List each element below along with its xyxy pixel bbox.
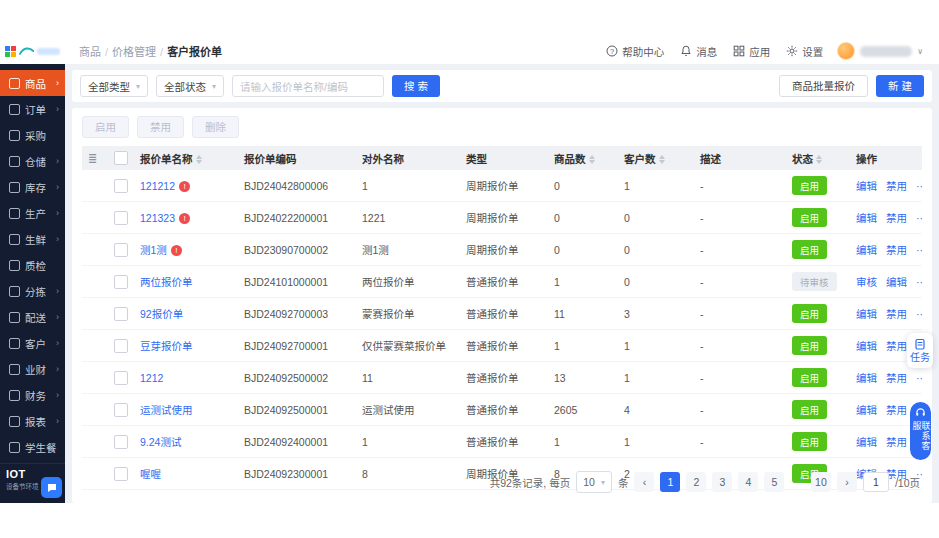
quote-name-link[interactable]: 121323 bbox=[140, 212, 175, 224]
quote-name-link[interactable]: 测1测 bbox=[140, 244, 167, 256]
op-link[interactable]: 禁用 bbox=[886, 436, 907, 448]
op-link[interactable]: 编辑 bbox=[856, 308, 877, 320]
row-checkbox[interactable] bbox=[114, 435, 128, 449]
more-actions-button[interactable]: ··· bbox=[916, 276, 922, 288]
page-button-2[interactable]: 2 bbox=[686, 472, 706, 492]
sidebar-item-production[interactable]: 生产› bbox=[0, 200, 65, 226]
op-link[interactable]: 禁用 bbox=[886, 404, 907, 416]
column-settings-icon[interactable]: ≣ bbox=[88, 152, 97, 164]
sidebar-item-biz-finance[interactable]: 业财› bbox=[0, 356, 65, 382]
sidebar-item-qc[interactable]: 质检 bbox=[0, 252, 65, 278]
header-action-grid[interactable]: 应用 bbox=[733, 44, 770, 59]
op-link[interactable]: 禁用 bbox=[886, 180, 907, 192]
more-actions-button[interactable]: ··· bbox=[916, 372, 922, 384]
search-button[interactable]: 搜 索 bbox=[392, 75, 440, 97]
status-select[interactable]: 全部状态 ▾ bbox=[156, 75, 224, 97]
quote-name-link[interactable]: 1212 bbox=[140, 372, 163, 384]
type-select[interactable]: 全部类型 ▾ bbox=[80, 75, 148, 97]
sidebar-item-orders[interactable]: 订单› bbox=[0, 96, 65, 122]
header-action-gear[interactable]: 设置 bbox=[786, 44, 823, 59]
iot-chat-icon[interactable] bbox=[41, 477, 62, 498]
op-link[interactable]: 编辑 bbox=[856, 340, 877, 352]
cell-settings bbox=[82, 298, 108, 330]
row-checkbox[interactable] bbox=[114, 339, 128, 353]
row-checkbox[interactable] bbox=[114, 467, 128, 481]
header-action-bell[interactable]: 消息 bbox=[680, 44, 717, 59]
op-link[interactable]: 禁用 bbox=[886, 212, 907, 224]
sidebar-item-finance[interactable]: 财务› bbox=[0, 382, 65, 408]
breadcrumb-link[interactable]: 价格管理 bbox=[112, 46, 156, 58]
sidebar-item-fresh[interactable]: 生鲜› bbox=[0, 226, 65, 252]
quote-name-link[interactable]: 92报价单 bbox=[140, 308, 183, 320]
col-status[interactable]: 状态 bbox=[786, 146, 850, 170]
sort-icon[interactable] bbox=[816, 155, 822, 164]
per-page-select[interactable]: 10 ▾ bbox=[576, 471, 612, 493]
select-all-checkbox[interactable] bbox=[114, 151, 128, 165]
breadcrumb-link[interactable]: 商品 bbox=[79, 46, 101, 58]
op-link[interactable]: 禁用 bbox=[886, 244, 907, 256]
row-checkbox[interactable] bbox=[114, 211, 128, 225]
row-checkbox[interactable] bbox=[114, 275, 128, 289]
sidebar-item-customers[interactable]: 客户› bbox=[0, 330, 65, 356]
row-checkbox[interactable] bbox=[114, 307, 128, 321]
page-button-5[interactable]: 5 bbox=[764, 472, 784, 492]
sidebar-item-inventory[interactable]: 库存› bbox=[0, 174, 65, 200]
more-actions-button[interactable]: ··· bbox=[916, 180, 922, 192]
quote-name-link[interactable]: 121212 bbox=[140, 180, 175, 192]
prev-page-button[interactable]: ‹ bbox=[634, 472, 654, 492]
sidebar-item-warehouse[interactable]: 仓储› bbox=[0, 148, 65, 174]
sidebar-item-student-meal[interactable]: 学生餐 bbox=[0, 434, 65, 460]
quote-name-link[interactable]: 运测试使用 bbox=[140, 404, 193, 416]
more-actions-button[interactable]: ··· bbox=[916, 308, 922, 320]
op-link[interactable]: 禁用 bbox=[886, 308, 907, 320]
sidebar-item-goods[interactable]: 商品› bbox=[0, 70, 65, 96]
sort-icon[interactable] bbox=[659, 155, 665, 164]
op-link[interactable]: 禁用 bbox=[886, 372, 907, 384]
op-link[interactable]: 禁用 bbox=[886, 340, 907, 352]
op-link[interactable]: 编辑 bbox=[856, 436, 877, 448]
sort-icon[interactable] bbox=[589, 155, 595, 164]
page-button-1[interactable]: 1 bbox=[660, 472, 680, 492]
op-link[interactable]: 编辑 bbox=[856, 244, 877, 256]
sidebar-item-purchase[interactable]: 采购 bbox=[0, 122, 65, 148]
next-page-button[interactable]: › bbox=[837, 472, 857, 492]
sidebar-item-reports[interactable]: 报表› bbox=[0, 408, 65, 434]
page-button-3[interactable]: 3 bbox=[712, 472, 732, 492]
page-button-4[interactable]: 4 bbox=[738, 472, 758, 492]
more-actions-button[interactable]: ··· bbox=[916, 212, 922, 224]
sidebar-item-sorting[interactable]: 分拣› bbox=[0, 278, 65, 304]
enable-button[interactable]: 启用 bbox=[82, 116, 129, 138]
op-link[interactable]: 编辑 bbox=[856, 180, 877, 192]
row-checkbox[interactable] bbox=[114, 403, 128, 417]
batch-quote-button[interactable]: 商品批量报价 bbox=[779, 75, 868, 97]
row-checkbox[interactable] bbox=[114, 371, 128, 385]
quote-name-link[interactable]: 9.24测试 bbox=[140, 436, 181, 448]
header-action-help[interactable]: ?帮助中心 bbox=[606, 44, 664, 59]
col-name[interactable]: 报价单名称 bbox=[134, 146, 238, 170]
op-link[interactable]: 编辑 bbox=[856, 404, 877, 416]
create-button[interactable]: 新 建 bbox=[876, 75, 924, 97]
row-checkbox[interactable] bbox=[114, 243, 128, 257]
sort-icon[interactable] bbox=[196, 155, 202, 164]
quote-name-link[interactable]: 喔喔 bbox=[140, 468, 161, 480]
op-link[interactable]: 编辑 bbox=[856, 372, 877, 384]
task-float-button[interactable]: 任务 bbox=[907, 333, 933, 368]
search-input[interactable]: 请输入报价单名称/编码 bbox=[232, 75, 384, 97]
username-blurred bbox=[860, 46, 912, 57]
row-checkbox[interactable] bbox=[114, 179, 128, 193]
quote-name-link[interactable]: 两位报价单 bbox=[140, 276, 193, 288]
op-link[interactable]: 编辑 bbox=[856, 212, 877, 224]
more-actions-button[interactable]: ··· bbox=[916, 244, 922, 256]
quote-name-link[interactable]: 豆芽报价单 bbox=[140, 340, 193, 352]
col-customer_count[interactable]: 客户数 bbox=[618, 146, 694, 170]
page-button-10[interactable]: 10 bbox=[811, 472, 831, 492]
delete-button[interactable]: 删除 bbox=[192, 116, 239, 138]
user-menu[interactable]: ∨ bbox=[837, 42, 923, 60]
contact-service-button[interactable]: 联系客服 bbox=[910, 402, 931, 460]
op-link[interactable]: 审核 bbox=[856, 276, 877, 288]
op-link[interactable]: 编辑 bbox=[886, 276, 907, 288]
col-goods_count[interactable]: 商品数 bbox=[548, 146, 618, 170]
disable-button[interactable]: 禁用 bbox=[137, 116, 184, 138]
sidebar-item-delivery[interactable]: 配送› bbox=[0, 304, 65, 330]
page-jump-input[interactable]: 1 bbox=[863, 472, 889, 492]
